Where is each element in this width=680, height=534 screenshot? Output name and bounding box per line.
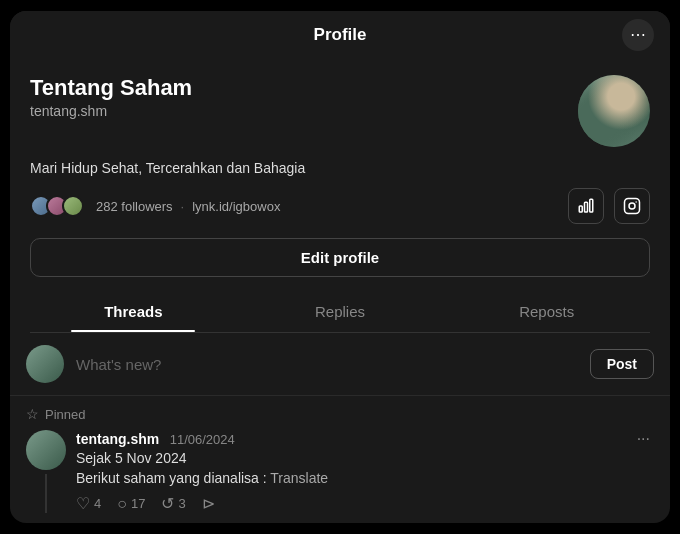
thread-date: 11/06/2024 — [170, 432, 235, 447]
bar-chart-icon — [577, 197, 595, 215]
comment-count: 17 — [131, 496, 145, 511]
comment-button[interactable]: ○ 17 — [117, 495, 145, 513]
thread-body: Berikut saham yang dianalisa : Translate — [76, 470, 654, 486]
svg-rect-3 — [625, 199, 640, 214]
svg-rect-1 — [585, 203, 588, 213]
thread-subtitle: Sejak 5 Nov 2024 — [76, 450, 654, 466]
pin-icon: ☆ — [26, 406, 39, 422]
thread-more-button[interactable]: ··· — [633, 430, 654, 448]
like-button[interactable]: ♡ 4 — [76, 494, 101, 513]
avatar — [578, 75, 650, 147]
svg-rect-0 — [579, 206, 582, 212]
thread-actions: ♡ 4 ○ 17 ↺ 3 ⊳ — [76, 494, 654, 513]
more-icon: ⋯ — [630, 25, 647, 44]
whats-new-placeholder[interactable]: What's new? — [76, 356, 578, 373]
tabs: Threads Replies Reposts — [30, 291, 650, 333]
thread-line — [45, 474, 47, 513]
thread-author: tentang.shm — [76, 431, 159, 447]
edit-profile-button[interactable]: Edit profile — [30, 238, 650, 277]
separator: · — [181, 199, 185, 214]
translate-link[interactable]: Translate — [270, 470, 328, 486]
followers-count: 282 followers — [96, 199, 173, 214]
social-icons — [568, 188, 650, 224]
repost-count: 3 — [178, 496, 185, 511]
avatar-image — [578, 75, 650, 147]
pinned-section: ☆ Pinned tentang.shm 11/06/2024 ··· Seja… — [10, 396, 670, 523]
pinned-label-row: ☆ Pinned — [26, 406, 654, 422]
post-button[interactable]: Post — [590, 349, 654, 379]
repost-button[interactable]: ↺ 3 — [161, 494, 185, 513]
repost-icon: ↺ — [161, 494, 174, 513]
instagram-icon-button[interactable] — [614, 188, 650, 224]
profile-bio: Mari Hidup Sehat, Tercerahkan dan Bahagi… — [30, 159, 650, 179]
thread-avatar-col — [26, 430, 66, 513]
phone-container: Profile ⋯ Tentang Saham tentang.shm Mari… — [10, 11, 670, 524]
heart-icon: ♡ — [76, 494, 90, 513]
header: Profile ⋯ — [10, 11, 670, 59]
svg-rect-2 — [590, 200, 593, 213]
svg-point-5 — [635, 201, 637, 203]
profile-stats: 282 followers · lynk.id/igbowox — [30, 188, 650, 224]
thread-author-info: tentang.shm 11/06/2024 — [76, 430, 235, 448]
profile-card: Tentang Saham tentang.shm Mari Hidup Seh… — [10, 59, 670, 334]
like-count: 4 — [94, 496, 101, 511]
profile-info: Tentang Saham tentang.shm — [30, 75, 578, 119]
tab-replies[interactable]: Replies — [237, 291, 444, 332]
svg-point-4 — [629, 203, 635, 209]
send-icon: ⊳ — [202, 494, 215, 513]
profile-link[interactable]: lynk.id/igbowox — [192, 199, 280, 214]
instagram-icon — [623, 197, 641, 215]
followers-avatars — [30, 195, 78, 217]
tab-threads[interactable]: Threads — [30, 291, 237, 332]
pinned-label: Pinned — [45, 407, 85, 422]
profile-top: Tentang Saham tentang.shm — [30, 75, 650, 147]
thread-author-avatar — [26, 430, 66, 470]
thread-item: tentang.shm 11/06/2024 ··· Sejak 5 Nov 2… — [26, 430, 654, 523]
thread-content: tentang.shm 11/06/2024 ··· Sejak 5 Nov 2… — [76, 430, 654, 513]
profile-name: Tentang Saham — [30, 75, 578, 101]
profile-handle: tentang.shm — [30, 103, 578, 119]
menu-button[interactable]: ⋯ — [622, 19, 654, 51]
share-button[interactable]: ⊳ — [202, 494, 215, 513]
thread-meta: tentang.shm 11/06/2024 ··· — [76, 430, 654, 448]
bar-chart-icon-button[interactable] — [568, 188, 604, 224]
page-title: Profile — [314, 25, 367, 45]
user-avatar-small — [26, 345, 64, 383]
tab-reposts[interactable]: Reposts — [443, 291, 650, 332]
comment-icon: ○ — [117, 495, 127, 513]
new-post-row: What's new? Post — [10, 333, 670, 396]
follower-avatar-3 — [62, 195, 84, 217]
